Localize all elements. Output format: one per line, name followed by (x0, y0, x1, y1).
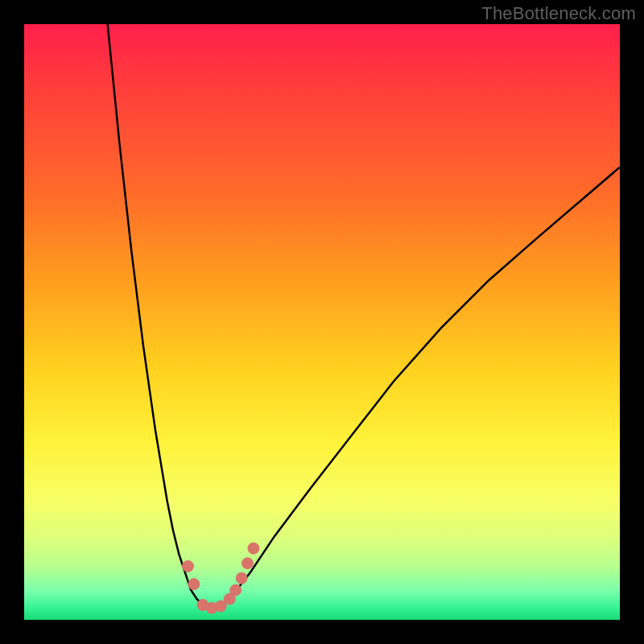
data-marker (230, 584, 242, 596)
watermark-text: TheBottleneck.com (481, 3, 636, 24)
data-marker (183, 560, 194, 572)
data-marker (188, 579, 200, 590)
chart-frame: TheBottleneck.com (0, 0, 644, 644)
data-marker (242, 558, 254, 569)
marker-group (183, 543, 259, 613)
data-marker (248, 543, 259, 554)
data-marker (236, 572, 247, 584)
plot-area (24, 24, 620, 620)
bottleneck-curve (108, 24, 620, 608)
curve-layer (24, 24, 620, 620)
